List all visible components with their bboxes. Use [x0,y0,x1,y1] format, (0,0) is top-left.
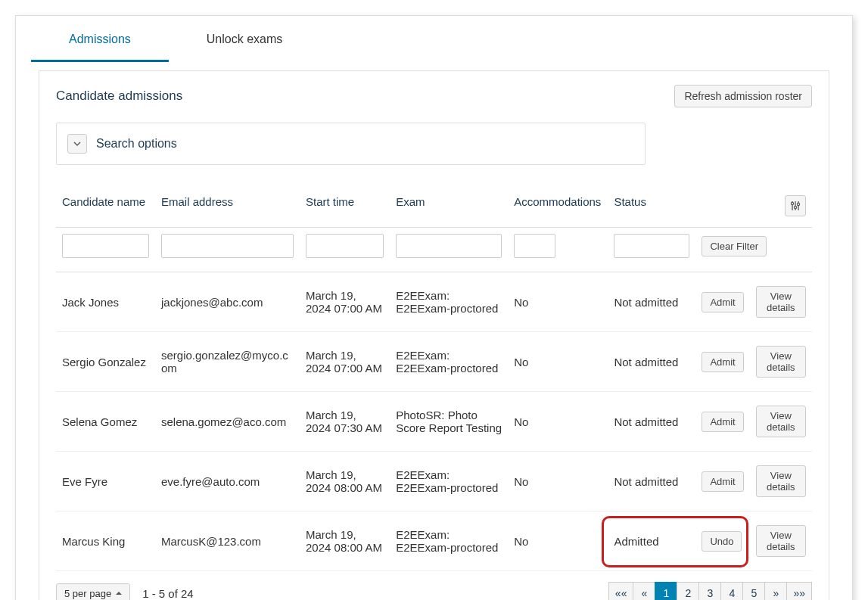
pagination: «« « 12345» »» [609,582,812,600]
per-page-label: 5 per page [64,588,111,599]
view-cell: View details [750,272,812,332]
svg-point-3 [791,202,793,204]
table-header-row: Candidate name Email address Start time … [56,188,812,228]
table-row: Marcus KingMarcusK@123.comMarch 19, 2024… [56,511,812,571]
sliders-icon [790,201,801,211]
search-options-toggle[interactable] [67,134,87,154]
admit-button[interactable]: Admit [702,292,743,312]
col-header-name[interactable]: Candidate name [56,188,155,228]
column-settings-button[interactable] [785,195,806,216]
accommodations-cell: No [508,272,608,332]
page-last-button[interactable]: »» [786,582,812,600]
table-row: Sergio Gonzalezsergio.gonzalez@myco.comM… [56,332,812,392]
start-time-cell: March 19, 2024 07:00 AM [300,272,390,332]
range-label: 1 - 5 of 24 [142,587,194,600]
view-details-button[interactable]: View details [756,465,806,497]
pager-left: 5 per page 1 - 5 of 24 [56,583,194,601]
candidate-admissions-panel: Candidate admissions Refresh admission r… [39,70,829,600]
filter-email-input[interactable] [161,234,294,258]
status-cell: Not admitted [608,272,695,332]
candidate-name-cell: Eve Fyre [56,452,155,511]
filter-status-input[interactable] [614,234,689,258]
tab-admissions[interactable]: Admissions [31,16,169,62]
view-details-button[interactable]: View details [756,525,806,557]
page-number-button[interactable]: 2 [677,582,699,600]
col-header-accom[interactable]: Accommodations [508,188,608,228]
candidate-name-cell: Jack Jones [56,272,155,332]
table-row: Eve Fyreeve.fyre@auto.comMarch 19, 2024 … [56,452,812,511]
page-number-button[interactable]: 5 [742,582,765,600]
status-cell: Not admitted [608,452,695,511]
filter-start-input[interactable] [306,234,384,258]
status-cell: Admitted [608,511,695,571]
action-cell: Admit [695,332,749,392]
col-header-settings [750,188,812,228]
action-cell: Admit [695,272,749,332]
filter-exam-input[interactable] [396,234,502,258]
accommodations-cell: No [508,452,608,511]
panel-title: Candidate admissions [56,89,182,104]
col-header-email[interactable]: Email address [155,188,300,228]
exam-cell: E2EExam: E2EExam-proctored [390,332,508,392]
table-row: Jack Jonesjackjones@abc.comMarch 19, 202… [56,272,812,332]
candidate-email-cell: sergio.gonzalez@myco.com [155,332,300,392]
view-cell: View details [750,511,812,571]
start-time-cell: March 19, 2024 07:30 AM [300,392,390,452]
page-number-button[interactable]: 4 [720,582,743,600]
col-header-action [695,188,749,228]
col-header-exam[interactable]: Exam [390,188,508,228]
svg-point-4 [794,206,796,208]
view-details-button[interactable]: View details [756,406,806,437]
accommodations-cell: No [508,392,608,452]
start-time-cell: March 19, 2024 08:00 AM [300,511,390,571]
exam-cell: E2EExam: E2EExam-proctored [390,452,508,511]
candidate-name-cell: Sergio Gonzalez [56,332,155,392]
filter-name-input[interactable] [62,234,149,258]
start-time-cell: March 19, 2024 08:00 AM [300,452,390,511]
page-number-button[interactable]: 1 [655,582,677,600]
exam-cell: E2EExam: E2EExam-proctored [390,272,508,332]
col-header-status[interactable]: Status [608,188,695,228]
per-page-dropdown[interactable]: 5 per page [56,583,130,601]
admissions-container: Admissions Unlock exams Candidate admiss… [15,15,853,600]
col-header-start[interactable]: Start time [300,188,390,228]
filter-accom-input[interactable] [514,234,555,258]
tab-unlock-exams[interactable]: Unlock exams [169,16,320,62]
table-row: Selena Gomezselena.gomez@aco.comMarch 19… [56,392,812,452]
status-cell: Not admitted [608,392,695,452]
clear-filter-button[interactable]: Clear Filter [702,236,767,256]
chevron-down-icon [73,139,82,148]
search-options-label: Search options [96,137,177,151]
undo-button[interactable]: Undo [702,531,742,552]
candidate-name-cell: Selena Gomez [56,392,155,452]
admit-button[interactable]: Admit [702,412,743,432]
action-cell: Admit [695,452,749,511]
filter-row: Clear Filter [56,228,812,272]
top-tabs: Admissions Unlock exams [16,16,852,63]
exam-cell: E2EExam: E2EExam-proctored [390,511,508,571]
status-cell: Not admitted [608,332,695,392]
page-first-button[interactable]: «« [608,582,634,600]
accommodations-cell: No [508,332,608,392]
candidate-email-cell: MarcusK@123.com [155,511,300,571]
admit-button[interactable]: Admit [702,352,743,372]
start-time-cell: March 19, 2024 07:00 AM [300,332,390,392]
view-cell: View details [750,392,812,452]
pager-row: 5 per page 1 - 5 of 24 «« « 12345» »» [56,579,812,600]
svg-point-5 [797,203,799,205]
refresh-roster-button[interactable]: Refresh admission roster [674,85,812,107]
page-next-button[interactable]: » [764,582,787,600]
candidate-email-cell: selena.gomez@aco.com [155,392,300,452]
exam-cell: PhotoSR: Photo Score Report Testing [390,392,508,452]
view-details-button[interactable]: View details [756,286,806,318]
view-details-button[interactable]: View details [756,346,806,378]
action-cell: Undo [695,511,749,571]
candidate-email-cell: eve.fyre@auto.com [155,452,300,511]
candidates-table: Candidate name Email address Start time … [56,188,812,571]
view-cell: View details [750,332,812,392]
page-number-button[interactable]: 3 [698,582,721,600]
page-prev-button[interactable]: « [633,582,655,600]
action-cell: Admit [695,392,749,452]
panel-header: Candidate admissions Refresh admission r… [56,85,812,107]
admit-button[interactable]: Admit [702,471,743,492]
